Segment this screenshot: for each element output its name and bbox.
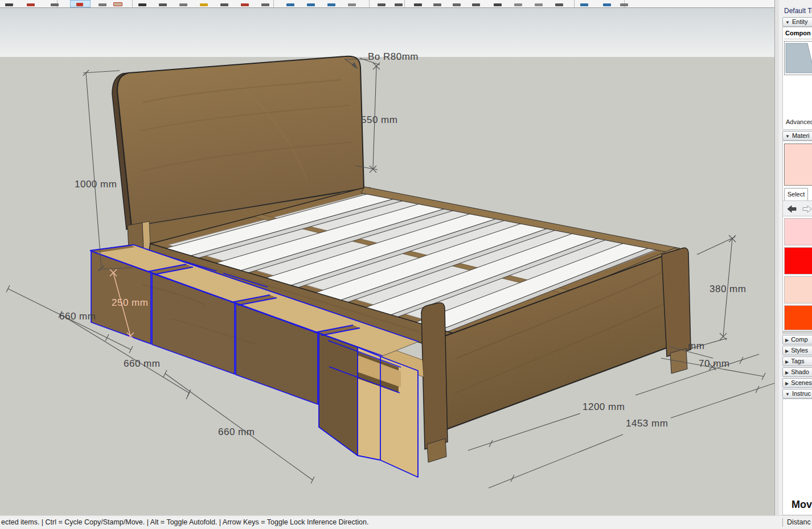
- paint-bucket-icon: [113, 2, 122, 6]
- move-tool-icon: [76, 3, 83, 6]
- section-plane-icon[interactable]: [412, 1, 425, 7]
- section-fill-icon[interactable]: [432, 1, 444, 7]
- divider: [784, 39, 812, 39]
- rotate-tool-icon: [99, 3, 106, 6]
- component-preview-icon: [785, 42, 812, 75]
- offset-tool-icon: [220, 3, 228, 6]
- entity-info-header[interactable]: ▼Entity: [782, 17, 812, 27]
- toolbar-separator: [369, 0, 370, 7]
- materials-header[interactable]: ▼Materi: [782, 131, 812, 141]
- expand-arrow-icon: ▶: [785, 381, 789, 386]
- section-comp[interactable]: ▶Comp: [782, 335, 812, 345]
- paint-bucket-icon[interactable]: [112, 1, 129, 7]
- redo-icon: [395, 3, 403, 6]
- collapse-arrow-icon: ▼: [785, 134, 790, 139]
- zoom-extents-icon: [348, 3, 356, 6]
- zoom-tool-icon: [327, 3, 335, 6]
- section-display-icon: [453, 3, 461, 6]
- line-tool-icon: [51, 3, 59, 6]
- toolbar: [0, 0, 812, 8]
- arc-tool-icon[interactable]: [178, 1, 190, 7]
- undo-icon[interactable]: [376, 1, 388, 7]
- section-styles[interactable]: ▶Styles: [782, 346, 812, 355]
- circle-tool-icon: [159, 3, 167, 6]
- model-viewport[interactable]: Bo R80mm550 mm1000 mm660 mm250 mm660 mm6…: [0, 8, 774, 515]
- dimension-drawer-depth-1: 660 mm: [59, 311, 96, 322]
- move-tool-icon[interactable]: [70, 0, 91, 7]
- arc-tool-icon: [179, 3, 187, 6]
- tab-edit[interactable]: Ed: [810, 188, 812, 200]
- dimension-bed-outer-width: 1453 mm: [626, 418, 668, 429]
- select-tool-icon: [5, 3, 13, 6]
- iso-view-icon: [603, 3, 611, 6]
- undo-icon: [378, 3, 386, 6]
- tray-title: Default Tra: [784, 7, 812, 15]
- tape-measure-icon: [261, 3, 269, 6]
- vcb-divider: [782, 518, 783, 527]
- material-peach[interactable]: [784, 276, 812, 304]
- zoom-tool-icon[interactable]: [326, 1, 338, 7]
- component-thumbnail[interactable]: [784, 41, 812, 75]
- status-hint: ected items. | Ctrl = Cycle Copy/Stamp/M…: [1, 518, 368, 526]
- rotate-tool-icon[interactable]: [97, 1, 109, 7]
- zoom-extents-icon[interactable]: [346, 1, 359, 7]
- instructor-tool-title: Mov: [792, 499, 812, 511]
- camera-icon: [620, 3, 628, 6]
- tray-resize-handle[interactable]: [782, 331, 812, 334]
- wireframe-mode-icon: [514, 3, 522, 6]
- forward-arrow-icon[interactable]: [801, 205, 812, 213]
- redo-icon[interactable]: [393, 1, 405, 7]
- toolbar-separator: [132, 0, 133, 7]
- views-icon[interactable]: [579, 1, 591, 7]
- push-pull-tool-icon[interactable]: [198, 1, 211, 7]
- dimension-drawer-depth-3: 660 mm: [218, 427, 255, 438]
- shaded-mode-icon[interactable]: [553, 1, 566, 7]
- dimension-footboard-height: 380 mm: [710, 284, 746, 295]
- default-tray: Default Tra ▼Entity Compon Advanced ▼Mat…: [779, 0, 812, 515]
- collapse-arrow-icon: ▼: [785, 392, 790, 397]
- advanced-attributes-label[interactable]: Advanced: [786, 118, 812, 125]
- circle-tool-icon[interactable]: [157, 1, 170, 7]
- select-tool-icon[interactable]: [3, 1, 16, 7]
- instructor-panel: [782, 399, 812, 515]
- hidden-line-mode-icon: [535, 3, 543, 6]
- iso-view-icon[interactable]: [601, 1, 614, 7]
- eraser-tool-icon: [27, 3, 35, 6]
- dimension-drawer-depth-2: 660 mm: [124, 358, 160, 370]
- wireframe-mode-icon[interactable]: [512, 1, 525, 7]
- dimension-bed-width: 1200 mm: [583, 401, 625, 413]
- xray-mode-icon[interactable]: [492, 1, 505, 7]
- pan-tool-icon: [307, 3, 315, 6]
- section-cut-icon[interactable]: [470, 1, 483, 7]
- section-plane-icon: [414, 3, 422, 6]
- line-tool-icon[interactable]: [49, 1, 61, 7]
- material-orange[interactable]: [784, 305, 812, 330]
- camera-icon[interactable]: [618, 1, 631, 7]
- expand-arrow-icon: ▶: [785, 338, 789, 343]
- expand-arrow-icon: ▶: [785, 359, 789, 364]
- tab-select[interactable]: Select: [784, 188, 808, 200]
- pan-tool-icon[interactable]: [305, 1, 318, 7]
- measurements-label: Distanc: [787, 518, 811, 526]
- back-arrow-icon[interactable]: [786, 205, 798, 213]
- section-scenes[interactable]: ▶Scenes: [782, 378, 812, 388]
- material-pink[interactable]: [784, 218, 812, 245]
- sky: [0, 8, 774, 57]
- material-red[interactable]: [784, 247, 812, 274]
- instructor-header[interactable]: ▼Instruc: [782, 389, 812, 399]
- hidden-line-mode-icon[interactable]: [533, 1, 546, 7]
- scale-tool-icon[interactable]: [239, 1, 252, 7]
- eraser-tool-icon[interactable]: [25, 1, 38, 7]
- offset-tool-icon[interactable]: [219, 1, 231, 7]
- dimension-foot-thickness: 70 mm: [699, 358, 729, 370]
- tape-measure-icon[interactable]: [260, 1, 272, 7]
- collapse-arrow-icon: ▼: [785, 20, 790, 25]
- orbit-tool-icon[interactable]: [285, 1, 297, 7]
- dimension-headboard-panel-height: 550 mm: [361, 114, 397, 126]
- toolbar-separator: [574, 0, 575, 7]
- section-display-icon[interactable]: [451, 1, 464, 7]
- section-tags[interactable]: ▶Tags: [782, 356, 812, 366]
- component-label: Compon: [785, 30, 811, 36]
- rectangle-tool-icon[interactable]: [137, 1, 149, 7]
- section-shado[interactable]: ▶Shado: [782, 367, 812, 377]
